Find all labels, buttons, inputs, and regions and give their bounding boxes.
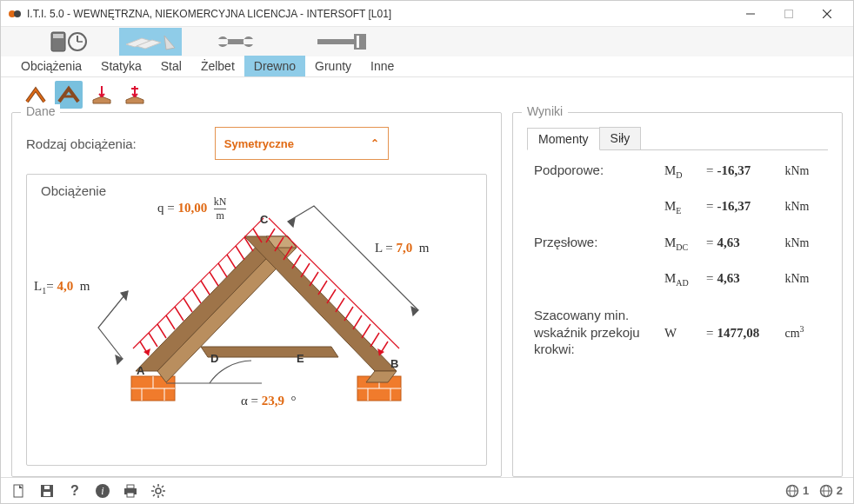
results-tab-momenty[interactable]: Momenty bbox=[527, 128, 600, 150]
tab-zelbet[interactable]: Żelbet bbox=[191, 56, 244, 76]
svg-line-45 bbox=[166, 315, 175, 329]
tab-stal[interactable]: Stal bbox=[151, 56, 191, 76]
chevron-up-icon: ⌃ bbox=[370, 137, 379, 149]
diagram-box: Obciążenie bbox=[26, 174, 487, 466]
struct-icon-4[interactable] bbox=[121, 81, 149, 109]
globe-icon bbox=[819, 484, 833, 498]
svg-line-66 bbox=[353, 315, 362, 329]
struct-icon-3[interactable] bbox=[88, 81, 116, 109]
svg-line-52 bbox=[227, 255, 236, 269]
close-button[interactable] bbox=[808, 2, 846, 26]
print-icon[interactable] bbox=[123, 483, 138, 499]
node-C: C bbox=[260, 213, 268, 226]
node-E: E bbox=[297, 352, 304, 365]
L-formula: L = 7,0 m bbox=[375, 241, 430, 255]
toolgroup-wrench[interactable] bbox=[208, 28, 279, 56]
svg-line-92 bbox=[162, 494, 163, 496]
svg-line-53 bbox=[236, 246, 244, 260]
svg-marker-72 bbox=[288, 218, 295, 227]
svg-text:i: i bbox=[101, 485, 103, 497]
svg-line-43 bbox=[149, 333, 157, 347]
L1-formula: L1= 4,0 m bbox=[34, 279, 90, 295]
svg-line-94 bbox=[153, 494, 155, 496]
toolgroup-calc[interactable] bbox=[44, 28, 93, 56]
svg-line-44 bbox=[157, 324, 166, 338]
svg-rect-7 bbox=[53, 34, 63, 38]
svg-rect-84 bbox=[127, 485, 134, 488]
svg-line-60 bbox=[301, 263, 310, 277]
tab-statyka[interactable]: Statyka bbox=[91, 56, 151, 76]
statusbar: ? i 1 2 bbox=[1, 477, 853, 503]
info-icon[interactable]: i bbox=[95, 483, 110, 499]
tab-drewno[interactable]: Drewno bbox=[244, 56, 305, 76]
dane-panel: Dane Rodzaj obciążenia: Symetryczne ⌃ Ob… bbox=[11, 112, 502, 477]
restore-button[interactable] bbox=[770, 2, 808, 26]
result-MAD: MAD= 4,63kNm bbox=[664, 271, 821, 288]
svg-line-65 bbox=[344, 307, 353, 321]
globe-icon bbox=[785, 484, 799, 498]
node-A: A bbox=[137, 364, 144, 377]
app-icon bbox=[8, 7, 22, 21]
svg-line-62 bbox=[318, 281, 327, 295]
svg-line-59 bbox=[292, 255, 301, 269]
svg-line-64 bbox=[336, 298, 344, 312]
svg-point-14 bbox=[252, 39, 257, 44]
results-tab-sily[interactable]: Siły bbox=[599, 127, 642, 149]
tab-inne[interactable]: Inne bbox=[361, 56, 404, 76]
wyniki-panel-title: Wyniki bbox=[522, 104, 568, 118]
toolgroup-adjwrench[interactable] bbox=[305, 28, 377, 56]
help-icon[interactable]: ? bbox=[67, 483, 83, 499]
svg-line-51 bbox=[218, 263, 227, 277]
svg-marker-73 bbox=[411, 307, 418, 315]
svg-marker-39 bbox=[201, 347, 338, 357]
result-W: W= 1477,08cm3 bbox=[664, 324, 821, 341]
main-toolbar bbox=[1, 27, 853, 56]
svg-point-1 bbox=[14, 10, 21, 17]
minimize-button[interactable] bbox=[731, 2, 770, 26]
svg-line-46 bbox=[175, 307, 183, 321]
load-type-value: Symetryczne bbox=[224, 137, 294, 150]
field-label: Przęsłowe: bbox=[534, 235, 664, 249]
svg-rect-17 bbox=[357, 36, 359, 48]
support-label: Podporowe: bbox=[534, 162, 664, 177]
settings-icon[interactable] bbox=[150, 483, 166, 499]
svg-rect-80 bbox=[44, 486, 50, 489]
load-type-dropdown[interactable]: Symetryczne ⌃ bbox=[215, 127, 389, 160]
results-body: Podporowe: MD= -16,37kNm ME= -16,37kNm P… bbox=[527, 150, 828, 384]
alpha-formula: α = 23,9 ° bbox=[241, 394, 297, 408]
save-icon[interactable] bbox=[39, 483, 55, 499]
dane-panel-title: Dane bbox=[21, 104, 60, 118]
svg-point-86 bbox=[156, 488, 161, 494]
category-tabs: Obciążenia Statyka Stal Żelbet Drewno Gr… bbox=[1, 56, 853, 77]
titlebar: I.T.I. 5.0 - WEWNĘTRZNA, NIEKOMERCYJNA L… bbox=[1, 1, 853, 27]
svg-line-93 bbox=[162, 486, 163, 487]
tab-obciazenia[interactable]: Obciążenia bbox=[11, 56, 91, 76]
tab-grunty[interactable]: Grunty bbox=[305, 56, 361, 76]
q-formula: q = 10,00 kN m bbox=[157, 196, 226, 222]
content-area: Dane Rodzaj obciążenia: Symetryczne ⌃ Ob… bbox=[1, 112, 853, 477]
toolgroup-wood[interactable] bbox=[119, 28, 182, 56]
svg-line-48 bbox=[192, 289, 201, 303]
svg-line-47 bbox=[183, 298, 192, 312]
svg-rect-77 bbox=[14, 485, 23, 497]
section-label: Szacowany min. wskaźnik przekoju krokwi: bbox=[534, 307, 664, 358]
svg-rect-15 bbox=[317, 39, 356, 44]
svg-point-13 bbox=[217, 39, 223, 44]
node-B: B bbox=[390, 357, 398, 370]
svg-line-91 bbox=[153, 486, 155, 487]
svg-line-49 bbox=[201, 281, 210, 295]
new-file-icon[interactable] bbox=[11, 483, 27, 499]
results-tabs: Momenty Siły bbox=[527, 127, 828, 150]
structure-type-icons bbox=[1, 77, 853, 112]
status-right: 1 2 bbox=[785, 484, 843, 498]
app-window: I.T.I. 5.0 - WEWNĘTRZNA, NIEKOMERCYJNA L… bbox=[0, 0, 854, 504]
svg-rect-85 bbox=[127, 493, 134, 497]
svg-rect-16 bbox=[354, 34, 366, 50]
load-type-label: Rodzaj obciążenia: bbox=[26, 136, 137, 151]
svg-line-67 bbox=[362, 324, 370, 338]
svg-line-61 bbox=[310, 272, 318, 286]
result-MDC: MDC= 4,63kNm bbox=[664, 235, 821, 252]
node-D: D bbox=[210, 352, 218, 365]
svg-line-68 bbox=[370, 333, 379, 347]
svg-rect-79 bbox=[43, 492, 50, 496]
